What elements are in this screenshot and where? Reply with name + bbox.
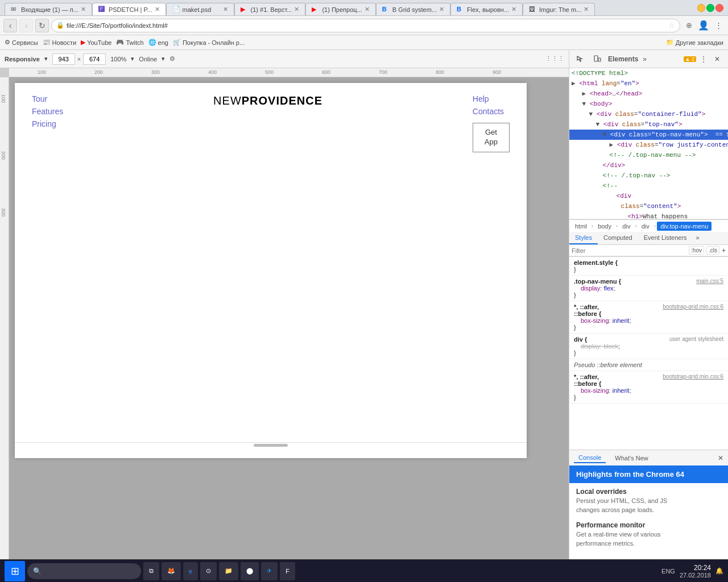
- online-arrow-icon[interactable]: ▾: [162, 55, 165, 63]
- back-button[interactable]: ‹: [3, 19, 17, 32]
- top-nav-menu-line[interactable]: ▼ <div class="top-nav-menu"> == $0: [569, 130, 728, 140]
- h1-line[interactable]: <h1>What happens: [569, 211, 728, 219]
- pseudo-filter-btn[interactable]: :hov: [689, 246, 704, 255]
- css-selector-4[interactable]: *, ::after,: [574, 373, 599, 380]
- css-selector-1[interactable]: .top-nav-menu {: [574, 278, 621, 285]
- css-source-4[interactable]: bootstrap-grid.min.css:6: [663, 373, 723, 380]
- css-selector-element-style[interactable]: element.style {: [574, 259, 723, 266]
- nav-contacts-link[interactable]: Contacts: [473, 107, 504, 116]
- devtools-close-button[interactable]: ✕: [711, 53, 723, 65]
- taskbar-firefox[interactable]: 🦊: [162, 562, 181, 580]
- viewport-height-input[interactable]: [83, 53, 106, 65]
- css-prop-display-strikethrough[interactable]: display: block;: [574, 343, 723, 350]
- css-prop-display[interactable]: display: flex;: [574, 285, 723, 292]
- responsive-arrow-icon[interactable]: ▾: [44, 55, 48, 63]
- tab-psdetch[interactable]: 🅿 PSDETCH | P... ✕: [92, 3, 166, 15]
- top-nav-line[interactable]: ▼ <div class="top-nav">: [569, 119, 728, 130]
- task-view-button[interactable]: ⧉: [143, 562, 159, 580]
- tab-grid[interactable]: B B Grid system... ✕: [376, 3, 450, 15]
- devtools-more-tabs[interactable]: »: [643, 55, 647, 63]
- forward-button[interactable]: ›: [19, 19, 33, 32]
- address-input[interactable]: [67, 22, 668, 29]
- bookmark-youtube[interactable]: ▶ YouTube: [81, 39, 111, 46]
- tab-computed[interactable]: Computed: [598, 232, 638, 244]
- head-line[interactable]: ▶ <head>…</head>: [569, 89, 728, 99]
- bookmark-servisy[interactable]: ⚙ Сервисы: [5, 39, 38, 46]
- css-source-2[interactable]: bootstrap-grid.min.css:6: [663, 304, 723, 310]
- taskbar-file-explorer[interactable]: 📁: [219, 562, 238, 580]
- user-button[interactable]: 👤: [697, 19, 710, 32]
- tab-event-listeners[interactable]: Event Listeners: [638, 232, 693, 244]
- tab-imgur-close[interactable]: ✕: [584, 6, 589, 13]
- devtools-more-icon[interactable]: ⋮⋮⋮: [545, 55, 564, 63]
- css-prop-boxsizing-2[interactable]: box-sizing: inherit;: [574, 387, 723, 394]
- taskbar-chrome[interactable]: ⬤: [241, 562, 259, 580]
- extensions-button[interactable]: ⊕: [682, 19, 695, 32]
- tab-flex[interactable]: B Flex, выровн... ✕: [450, 3, 523, 15]
- nav-tour-link[interactable]: Tour: [32, 94, 63, 103]
- horizontal-scrollbar[interactable]: [15, 442, 527, 448]
- console-close-button[interactable]: ✕: [718, 454, 723, 462]
- nav-features-link[interactable]: Features: [32, 107, 63, 116]
- tab-maket-close[interactable]: ✕: [223, 6, 228, 13]
- devtools-inspect-button[interactable]: [574, 53, 586, 65]
- tab-youtube1[interactable]: ▶ (1) #1. Верст... ✕: [234, 3, 306, 15]
- bookmark-eng[interactable]: 🌐 eng: [148, 39, 168, 46]
- devtools-settings-button[interactable]: ⋮: [697, 53, 710, 65]
- bookmark-pokupka[interactable]: 🛒 Покупка - Онлайн р...: [173, 39, 245, 46]
- tab-gmail-close[interactable]: ✕: [81, 6, 86, 13]
- devtools-device-button[interactable]: [591, 53, 603, 65]
- taskbar-telegram[interactable]: ✈: [261, 562, 278, 580]
- css-prop-boxsizing-1[interactable]: box-sizing: inherit;: [574, 317, 723, 324]
- get-app-button[interactable]: GetApp: [473, 123, 510, 152]
- tab-psdetch-close[interactable]: ✕: [155, 6, 160, 13]
- tab-grid-close[interactable]: ✕: [439, 6, 444, 13]
- cls-filter-btn[interactable]: .cls: [706, 246, 719, 255]
- breadcrumb-div2[interactable]: div: [638, 222, 653, 231]
- styles-tab-more[interactable]: »: [693, 232, 703, 244]
- refresh-button[interactable]: ↻: [35, 19, 49, 32]
- css-source-3[interactable]: user agent stylesheet: [669, 336, 723, 343]
- close-button[interactable]: [715, 4, 723, 12]
- tab-imgur[interactable]: 🖼 Imgur: The m... ✕: [523, 3, 595, 15]
- html-doctype-line[interactable]: <!DOCTYPE html>: [569, 68, 728, 78]
- taskbar-figma[interactable]: F: [280, 562, 295, 580]
- address-bar-container[interactable]: 🔒 ☆: [51, 19, 680, 32]
- tab-youtube1-close[interactable]: ✕: [294, 6, 299, 13]
- row-line[interactable]: ▶ <div class="row justify-content-around…: [569, 140, 728, 150]
- settings-icon[interactable]: ⚙: [169, 55, 175, 63]
- taskbar-edge[interactable]: e: [183, 562, 198, 580]
- bookmark-novosti[interactable]: 📰 Новости: [43, 39, 77, 46]
- console-tab-whatsnew[interactable]: What's New: [610, 454, 652, 463]
- nav-pricing-link[interactable]: Pricing: [32, 119, 63, 128]
- html-element-line[interactable]: ▶ <html lang="en">: [569, 78, 728, 89]
- minimize-button[interactable]: [697, 4, 705, 12]
- elements-tab-label[interactable]: Elements: [608, 55, 638, 63]
- css-selector-2[interactable]: *, ::after,: [574, 304, 599, 310]
- notification-icon[interactable]: 🔔: [715, 567, 723, 575]
- css-source-1[interactable]: main.css:5: [696, 278, 723, 285]
- viewport-width-input[interactable]: [52, 53, 75, 65]
- body-open-line[interactable]: ▼ <body>: [569, 99, 728, 109]
- tab-youtube2[interactable]: ▶ (1) Препроц... ✕: [305, 3, 375, 15]
- container-line[interactable]: ▼ <div class="container-fluid">: [569, 109, 728, 119]
- tab-flex-close[interactable]: ✕: [511, 6, 516, 13]
- maximize-button[interactable]: [706, 4, 714, 12]
- breadcrumb-div1[interactable]: div: [619, 222, 634, 231]
- breadcrumb-html[interactable]: html: [572, 222, 590, 231]
- breadcrumb-body[interactable]: body: [594, 222, 615, 231]
- taskbar-search[interactable]: 🔍: [27, 563, 141, 579]
- tab-youtube2-close[interactable]: ✕: [365, 6, 370, 13]
- bookmark-twitch[interactable]: 🎮 Twitch: [116, 39, 143, 46]
- add-style-btn[interactable]: +: [722, 247, 726, 255]
- tab-maket[interactable]: 📄 maket.psd ✕: [166, 3, 234, 15]
- tab-gmail[interactable]: ✉ Входящие (1) — п... ✕: [5, 3, 92, 15]
- taskbar-media[interactable]: ⊙: [200, 562, 217, 580]
- bookmark-star-icon[interactable]: ☆: [668, 21, 675, 30]
- zoom-arrow-icon[interactable]: ▾: [131, 55, 134, 63]
- breadcrumb-top-nav-menu[interactable]: div.top-nav-menu: [657, 222, 712, 231]
- bookmark-other[interactable]: 📁 Другие закладки: [666, 39, 723, 46]
- content-div-line[interactable]: <div: [569, 191, 728, 201]
- tab-styles[interactable]: Styles: [569, 232, 598, 244]
- styles-filter-input[interactable]: [572, 247, 686, 254]
